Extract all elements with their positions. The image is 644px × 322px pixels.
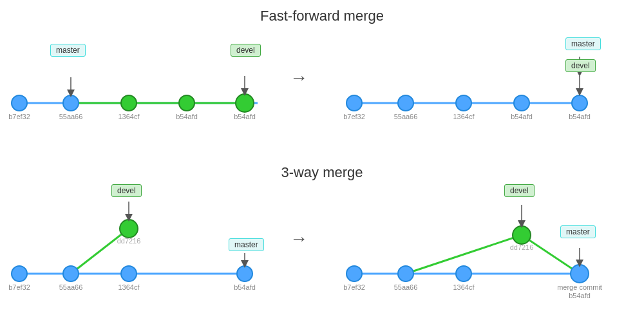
- ff-title: Fast-forward merge: [0, 8, 644, 24]
- svg-point-47: [571, 265, 589, 283]
- svg-point-30: [63, 266, 79, 281]
- svg-text:55aa66: 55aa66: [394, 283, 418, 291]
- svg-point-44: [346, 266, 362, 281]
- tw-after-diagram: b7ef32 55aa66 1364cf dd7216 merge commit…: [341, 184, 612, 312]
- svg-point-5: [179, 95, 194, 111]
- svg-text:b54afd: b54afd: [569, 113, 591, 120]
- svg-text:55aa66: 55aa66: [59, 113, 83, 120]
- ff-before-master-label: master: [50, 44, 86, 57]
- svg-point-46: [456, 266, 471, 281]
- ff-after-devel-label: devel: [565, 59, 596, 72]
- svg-point-45: [398, 266, 413, 281]
- svg-text:1364cf: 1364cf: [118, 113, 140, 120]
- svg-point-2: [12, 95, 27, 111]
- svg-text:1364cf: 1364cf: [453, 113, 475, 120]
- svg-point-33: [120, 220, 138, 238]
- svg-point-15: [346, 95, 362, 111]
- svg-line-28: [71, 229, 129, 274]
- svg-point-4: [121, 95, 137, 111]
- svg-text:55aa66: 55aa66: [394, 113, 418, 120]
- tw-arrow: →: [290, 229, 308, 249]
- ff-arrow: →: [290, 68, 308, 88]
- svg-text:b54afd: b54afd: [511, 113, 533, 120]
- svg-text:b7ef32: b7ef32: [343, 113, 365, 120]
- svg-text:b54afd: b54afd: [176, 113, 198, 120]
- svg-point-6: [236, 94, 254, 112]
- svg-point-29: [12, 266, 27, 281]
- svg-text:b7ef32: b7ef32: [343, 283, 365, 291]
- svg-point-19: [572, 95, 587, 111]
- tw-title: 3-way merge: [0, 164, 644, 181]
- svg-point-18: [514, 95, 529, 111]
- ff-after-master-label: master: [565, 37, 601, 50]
- svg-text:b54afd: b54afd: [569, 292, 591, 299]
- tw-before-devel-label: devel: [111, 184, 142, 197]
- svg-point-16: [398, 95, 413, 111]
- svg-point-17: [456, 95, 471, 111]
- ff-before-devel-label: devel: [231, 44, 261, 57]
- tw-before-master-label: master: [229, 238, 264, 251]
- svg-point-48: [513, 226, 531, 244]
- svg-point-3: [63, 95, 79, 111]
- svg-line-43: [522, 235, 580, 274]
- svg-text:55aa66: 55aa66: [59, 283, 83, 291]
- svg-text:dd7216: dd7216: [510, 243, 534, 251]
- svg-text:1364cf: 1364cf: [118, 283, 140, 291]
- tw-after-devel-label: devel: [504, 184, 535, 197]
- svg-text:b7ef32: b7ef32: [8, 283, 30, 291]
- svg-text:1364cf: 1364cf: [453, 283, 475, 291]
- tw-after-master-label: master: [560, 225, 596, 238]
- svg-text:b54afd: b54afd: [234, 113, 256, 120]
- svg-text:b7ef32: b7ef32: [8, 113, 30, 120]
- svg-text:b54afd: b54afd: [234, 283, 256, 291]
- svg-point-31: [121, 266, 137, 281]
- svg-text:dd7216: dd7216: [117, 237, 141, 245]
- svg-point-32: [237, 266, 252, 281]
- svg-text:merge commit: merge commit: [557, 283, 602, 291]
